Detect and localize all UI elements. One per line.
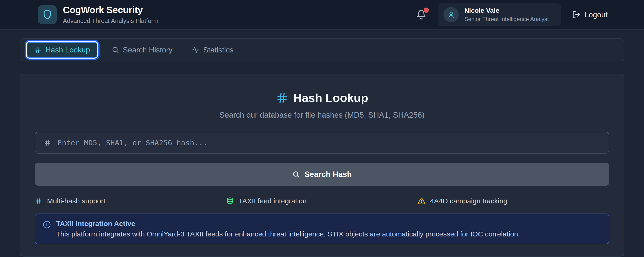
search-button-label: Search Hash <box>304 170 352 179</box>
search-icon <box>112 46 119 54</box>
tab-label: Search History <box>123 46 172 54</box>
avatar <box>444 7 459 22</box>
tab-search-history[interactable]: Search History <box>105 42 179 58</box>
hash-icon <box>35 197 42 205</box>
database-icon <box>226 197 234 205</box>
feature-label: TAXII feed integration <box>238 197 307 205</box>
header-right: Nicole Vale Senior Threat Intelligence A… <box>416 3 608 26</box>
brand: CogWork Security Advanced Threat Analysi… <box>38 5 158 24</box>
feature-list: Multi-hash support TAXII feed integratio… <box>35 197 609 205</box>
app-title: CogWork Security <box>63 5 158 15</box>
hash-icon <box>44 139 51 146</box>
activity-icon <box>192 46 199 54</box>
feature-multi-hash: Multi-hash support <box>35 197 226 205</box>
info-banner-title: TAXII Integration Active <box>56 220 520 228</box>
feature-campaign-tracking: 4A4D campaign tracking <box>418 197 609 205</box>
tab-label: Hash Lookup <box>46 46 90 54</box>
info-icon <box>43 221 51 229</box>
user-icon <box>447 10 455 19</box>
hash-icon <box>34 46 42 54</box>
tab-hash-lookup[interactable]: Hash Lookup <box>27 42 98 58</box>
tab-label: Statistics <box>203 46 233 54</box>
app-logo <box>38 5 57 24</box>
user-card: Nicole Vale Senior Threat Intelligence A… <box>438 3 561 26</box>
notification-badge <box>424 7 429 13</box>
info-banner-text: TAXII Integration Active This platform i… <box>56 220 520 238</box>
feature-label: Multi-hash support <box>47 197 106 205</box>
app-subtitle: Advanced Threat Analysis Platform <box>63 17 158 24</box>
hash-input-wrapper <box>35 132 609 154</box>
logout-button[interactable]: Logout <box>572 10 608 19</box>
brand-text: CogWork Security Advanced Threat Analysi… <box>63 5 158 24</box>
shield-icon <box>42 9 53 20</box>
info-banner-body: This platform integrates with OmniYard-3… <box>56 230 520 238</box>
hash-lookup-panel: Hash Lookup Search our database for file… <box>20 74 624 257</box>
hash-icon <box>276 92 288 104</box>
page-title: Hash Lookup <box>35 91 609 105</box>
feature-label: 4A4D campaign tracking <box>430 197 507 205</box>
page-subtitle: Search our database for file hashes (MD5… <box>35 111 609 120</box>
app-header: CogWork Security Advanced Threat Analysi… <box>0 0 644 30</box>
tab-bar: Hash Lookup Search History Statistics <box>20 38 624 61</box>
taxii-info-banner: TAXII Integration Active This platform i… <box>35 214 609 244</box>
notifications-button[interactable] <box>416 9 426 20</box>
logout-label: Logout <box>584 10 608 19</box>
page-title-text: Hash Lookup <box>294 91 368 105</box>
search-icon <box>292 171 300 178</box>
hash-input[interactable] <box>58 138 600 147</box>
feature-taxii-feed: TAXII feed integration <box>226 197 418 205</box>
logout-icon <box>572 10 581 19</box>
warning-icon <box>418 197 425 205</box>
search-hash-button[interactable]: Search Hash <box>35 163 609 186</box>
user-info: Nicole Vale Senior Threat Intelligence A… <box>464 7 549 22</box>
user-role: Senior Threat Intelligence Analyst <box>464 16 549 22</box>
tab-statistics[interactable]: Statistics <box>185 42 240 58</box>
user-name: Nicole Vale <box>464 7 549 14</box>
